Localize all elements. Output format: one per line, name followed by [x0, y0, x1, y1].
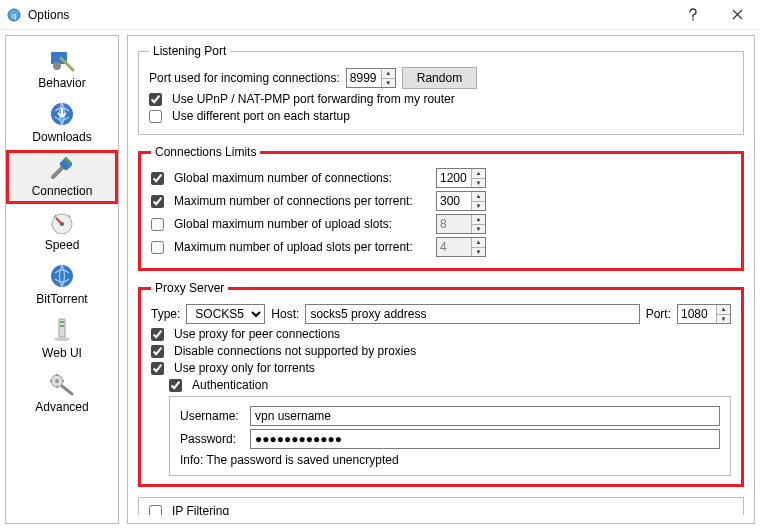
- sidebar-item-label: Web UI: [6, 346, 118, 360]
- proxy-host-input[interactable]: [305, 304, 639, 324]
- proxy-auth-checkbox[interactable]: [169, 379, 182, 392]
- downloads-icon: [45, 100, 79, 128]
- max-upload-per-torrent-label: Maximum number of upload slots per torre…: [174, 240, 430, 254]
- listening-port-legend: Listening Port: [149, 44, 230, 58]
- sidebar-item-connection[interactable]: Connection: [6, 150, 118, 204]
- max-conn-per-torrent-checkbox[interactable]: [151, 195, 164, 208]
- listening-port-group: Listening Port Port used for incoming co…: [138, 44, 744, 135]
- upnp-label: Use UPnP / NAT-PMP port forwarding from …: [172, 92, 455, 106]
- sidebar-item-speed[interactable]: Speed: [6, 204, 118, 258]
- proxy-auth-box: Username: Password: Info: The password i…: [169, 396, 731, 476]
- global-max-conn-label: Global maximum number of connections:: [174, 171, 430, 185]
- svg-point-16: [55, 379, 59, 383]
- random-button[interactable]: Random: [402, 67, 477, 89]
- global-max-upload-checkbox[interactable]: [151, 218, 164, 231]
- speed-icon: [45, 208, 79, 236]
- diff-port-checkbox[interactable]: [149, 110, 162, 123]
- svg-rect-13: [60, 325, 64, 327]
- bittorrent-icon: [45, 262, 79, 290]
- global-max-upload-label: Global maximum number of upload slots:: [174, 217, 430, 231]
- sidebar-item-downloads[interactable]: Downloads: [6, 96, 118, 150]
- max-upload-per-torrent-input: ▲▼: [436, 237, 486, 257]
- webui-icon: [45, 316, 79, 344]
- max-conn-per-torrent-input[interactable]: ▲▼: [436, 191, 486, 211]
- sidebar-item-webui[interactable]: Web UI: [6, 312, 118, 366]
- help-button[interactable]: [670, 0, 715, 30]
- svg-point-3: [53, 62, 61, 70]
- ip-filtering-label: IP Filtering: [172, 504, 229, 515]
- proxy-password-input[interactable]: [250, 429, 720, 449]
- proxy-password-info: Info: The password is saved unencrypted: [180, 453, 720, 467]
- sidebar-item-behavior[interactable]: Behavior: [6, 42, 118, 96]
- upnp-checkbox[interactable]: [149, 93, 162, 106]
- app-icon: q: [6, 7, 22, 23]
- max-upload-per-torrent-checkbox[interactable]: [151, 241, 164, 254]
- proxy-host-label: Host:: [271, 307, 299, 321]
- svg-rect-12: [60, 321, 64, 323]
- ip-filtering-checkbox[interactable]: [149, 505, 162, 516]
- proxy-peer-label: Use proxy for peer connections: [174, 327, 340, 341]
- port-input[interactable]: ▲▼: [346, 68, 396, 88]
- sidebar-item-label: Behavior: [6, 76, 118, 90]
- svg-rect-7: [68, 160, 70, 164]
- proxy-port-input[interactable]: ▲▼: [677, 304, 731, 324]
- sidebar-item-label: Advanced: [6, 400, 118, 414]
- max-conn-per-torrent-label: Maximum number of connections per torren…: [174, 194, 430, 208]
- ip-filtering-group: IP Filtering: [138, 497, 744, 515]
- proxy-server-legend: Proxy Server: [151, 281, 228, 295]
- global-max-conn-checkbox[interactable]: [151, 172, 164, 185]
- proxy-only-torrents-checkbox[interactable]: [151, 362, 164, 375]
- proxy-only-torrents-label: Use proxy only for torrents: [174, 361, 315, 375]
- sidebar-item-label: Connection: [6, 184, 118, 198]
- proxy-type-select[interactable]: SOCKS5: [186, 304, 265, 324]
- proxy-password-label: Password:: [180, 432, 244, 446]
- close-button[interactable]: [715, 0, 760, 30]
- svg-rect-6: [65, 157, 67, 161]
- sidebar-item-bittorrent[interactable]: BitTorrent: [6, 258, 118, 312]
- svg-point-14: [54, 337, 70, 341]
- svg-text:q: q: [12, 11, 16, 20]
- connections-limits-group: Connections Limits Global maximum number…: [138, 145, 744, 271]
- sidebar-item-advanced[interactable]: Advanced: [6, 366, 118, 420]
- connections-limits-legend: Connections Limits: [151, 145, 260, 159]
- content-panel: Listening Port Port used for incoming co…: [127, 35, 755, 524]
- proxy-username-label: Username:: [180, 409, 244, 423]
- proxy-port-label: Port:: [646, 307, 671, 321]
- port-label: Port used for incoming connections:: [149, 71, 340, 85]
- behavior-icon: [45, 46, 79, 74]
- diff-port-label: Use different port on each startup: [172, 109, 350, 123]
- proxy-username-input[interactable]: [250, 406, 720, 426]
- port-spinner[interactable]: ▲▼: [381, 69, 395, 87]
- sidebar-item-label: Downloads: [6, 130, 118, 144]
- svg-point-10: [51, 265, 73, 287]
- proxy-disable-unsupported-checkbox[interactable]: [151, 345, 164, 358]
- sidebar: Behavior Downloads Connection Speed BitT…: [5, 35, 119, 524]
- proxy-type-label: Type:: [151, 307, 180, 321]
- sidebar-item-label: Speed: [6, 238, 118, 252]
- proxy-disable-unsupported-label: Disable connections not supported by pro…: [174, 344, 416, 358]
- global-max-conn-input[interactable]: ▲▼: [436, 168, 486, 188]
- window-title: Options: [28, 8, 670, 22]
- proxy-auth-label: Authentication: [192, 378, 268, 392]
- global-max-upload-input: ▲▼: [436, 214, 486, 234]
- proxy-peer-checkbox[interactable]: [151, 328, 164, 341]
- proxy-server-group: Proxy Server Type: SOCKS5 Host: Port: ▲▼…: [138, 281, 744, 487]
- sidebar-item-label: BitTorrent: [6, 292, 118, 306]
- titlebar: q Options: [0, 0, 760, 30]
- connection-icon: [45, 154, 79, 182]
- advanced-icon: [45, 370, 79, 398]
